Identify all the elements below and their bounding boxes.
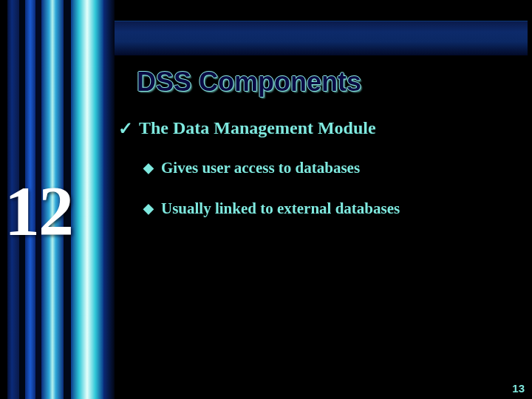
page-number: 13 — [512, 382, 525, 395]
diamond-icon: ◆ — [143, 161, 154, 174]
chapter-number: 12 — [4, 170, 72, 252]
slide-body: ✓ The Data Management Module ◆ Gives use… — [118, 118, 510, 240]
bullet-level1-text: The Data Management Module — [139, 118, 376, 138]
diamond-icon: ◆ — [143, 202, 154, 215]
bullet-level2-text: Usually linked to external databases — [161, 200, 400, 218]
slide: 12 DSS Components ✓ The Data Management … — [0, 0, 532, 399]
bullet-level1: ✓ The Data Management Module — [118, 118, 510, 138]
bullet-level2-text: Gives user access to databases — [161, 159, 360, 177]
top-accent-bar — [115, 21, 528, 56]
slide-title: DSS Components — [137, 66, 361, 98]
bullet-level2: ◆ Usually linked to external databases — [143, 200, 510, 218]
bullet-level2: ◆ Gives user access to databases — [143, 159, 510, 177]
check-icon: ✓ — [118, 120, 133, 137]
